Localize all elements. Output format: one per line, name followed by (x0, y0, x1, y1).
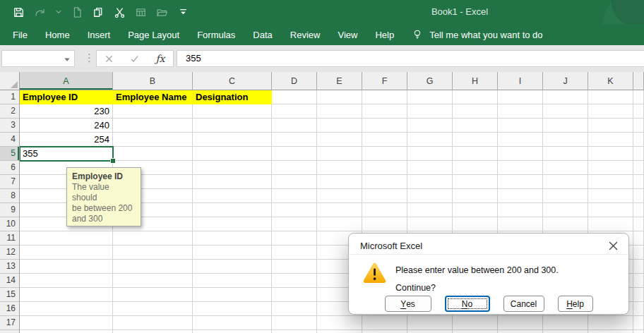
cell-C1[interactable]: Designation (193, 90, 272, 104)
row-header-3[interactable]: 3 (0, 119, 19, 133)
cancel-button[interactable]: Cancel (503, 296, 544, 312)
row-header-6[interactable]: 6 (0, 161, 19, 175)
column-header-A[interactable]: A (20, 72, 113, 90)
row-header-12[interactable]: 12 (0, 246, 19, 260)
tab-page-layout[interactable]: Page Layout (128, 30, 179, 40)
column-header-C[interactable]: C (193, 72, 272, 90)
cell-B1[interactable]: Employee Name (113, 90, 193, 104)
row-header-17[interactable]: 17 (0, 316, 19, 330)
lightbulb-icon (412, 29, 423, 40)
active-cell-A5[interactable]: 355 (20, 146, 114, 162)
column-header-G[interactable]: G (407, 72, 453, 90)
row-header-4[interactable]: 4 (0, 133, 19, 147)
open-folder-icon[interactable] (156, 6, 168, 18)
name-box-dropdown-icon[interactable] (64, 57, 71, 62)
row-header-15[interactable]: 15 (0, 288, 19, 302)
formula-icon-group: ƒx (96, 50, 174, 67)
column-header-I[interactable]: I (498, 72, 543, 90)
row-headers: 1234567891011121314151617 (0, 90, 20, 333)
data-validation-tooltip: Employee ID The value should be between … (66, 167, 141, 226)
tab-help[interactable]: Help (375, 30, 394, 40)
row-header-9[interactable]: 9 (0, 203, 19, 217)
tab-insert[interactable]: Insert (88, 30, 111, 40)
dialog-title: Microsoft Excel (360, 241, 422, 251)
row-header-13[interactable]: 13 (0, 260, 19, 274)
tell-me-box[interactable]: Tell me what you want to do (412, 29, 542, 40)
row-header-16[interactable]: 16 (0, 302, 19, 316)
cell-A2[interactable]: 230 (20, 104, 113, 119)
gridline (316, 90, 317, 333)
cell-A4[interactable]: 254 (20, 133, 113, 147)
select-all-corner[interactable] (0, 72, 20, 90)
tab-data[interactable]: Data (253, 30, 272, 40)
tooltip-title: Employee ID (72, 171, 136, 181)
cell-A1[interactable]: Employee ID (20, 90, 113, 104)
row-header-1[interactable]: 1 (0, 90, 19, 104)
redo-dropdown-icon[interactable] (55, 8, 62, 16)
name-box[interactable] (1, 50, 75, 67)
tab-review[interactable]: Review (290, 30, 321, 40)
dialog-question: Continue? (395, 283, 436, 293)
quick-access-toolbar (13, 0, 189, 24)
tab-formulas[interactable]: Formulas (197, 30, 235, 40)
tab-home[interactable]: Home (45, 30, 70, 40)
row-header-14[interactable]: 14 (0, 274, 19, 288)
column-header-B[interactable]: B (113, 72, 193, 90)
column-header-partial[interactable] (633, 72, 644, 90)
gridline (192, 90, 193, 333)
cancel-entry-icon[interactable] (105, 54, 114, 63)
row-header-5[interactable]: 5 (0, 147, 19, 161)
formula-input[interactable]: 355 (177, 50, 644, 67)
enter-entry-icon[interactable] (130, 54, 139, 63)
message-dialog: Microsoft Excel Please enter value betwe… (348, 233, 629, 315)
save-icon[interactable] (13, 6, 25, 18)
help-button[interactable]: Help (558, 296, 593, 312)
dialog-message: Please enter value between 200 and 300. (395, 265, 559, 275)
yes-button[interactable]: Yes (385, 296, 431, 312)
tab-file[interactable]: File (13, 30, 28, 40)
dialog-title-separator (350, 254, 628, 255)
redo-icon[interactable] (34, 6, 46, 18)
fill-handle[interactable] (110, 158, 116, 164)
column-header-F[interactable]: F (362, 72, 407, 90)
row-header-11[interactable]: 11 (0, 231, 19, 246)
select-all-triangle-icon (11, 81, 18, 88)
dialog-close-icon[interactable] (609, 241, 618, 250)
gridline (271, 90, 272, 333)
cut-icon[interactable] (114, 6, 126, 18)
tab-view[interactable]: View (338, 30, 357, 40)
row-header-10[interactable]: 10 (0, 217, 19, 231)
title-bar: Book1 - Excel (0, 0, 644, 24)
column-header-K[interactable]: K (588, 72, 633, 90)
copy-icon[interactable] (93, 6, 105, 18)
insert-function-icon[interactable]: ƒx (155, 54, 165, 63)
column-header-D[interactable]: D (272, 72, 317, 90)
tooltip-text: The value should be between 200 and 300 (72, 182, 136, 224)
gridline (633, 90, 633, 333)
column-header-J[interactable]: J (543, 72, 588, 90)
window-title: Book1 - Excel (393, 0, 527, 24)
formula-bar: ⋮ ƒx 355 (0, 45, 644, 72)
row-header-2[interactable]: 2 (0, 104, 19, 119)
warning-icon (362, 262, 387, 285)
tell-me-label: Tell me what you want to do (429, 30, 542, 40)
row-header-7[interactable]: 7 (0, 175, 19, 189)
customize-qat-icon[interactable] (177, 6, 189, 18)
formula-bar-separator: ⋮ (84, 52, 95, 64)
column-header-H[interactable]: H (453, 72, 498, 90)
ribbon-tab-bar: FileHomeInsertPage LayoutFormulasDataRev… (0, 24, 644, 45)
dialog-buttons: YesNoCancelHelp (349, 296, 628, 312)
cell-A3[interactable]: 240 (20, 119, 113, 133)
paste-table-icon[interactable] (135, 6, 147, 18)
new-file-icon[interactable] (71, 6, 83, 18)
no-button[interactable]: No (445, 296, 490, 312)
row-header-8[interactable]: 8 (0, 189, 19, 203)
column-headers: ABCDEFGHIJK (20, 72, 644, 90)
column-header-E[interactable]: E (317, 72, 362, 90)
